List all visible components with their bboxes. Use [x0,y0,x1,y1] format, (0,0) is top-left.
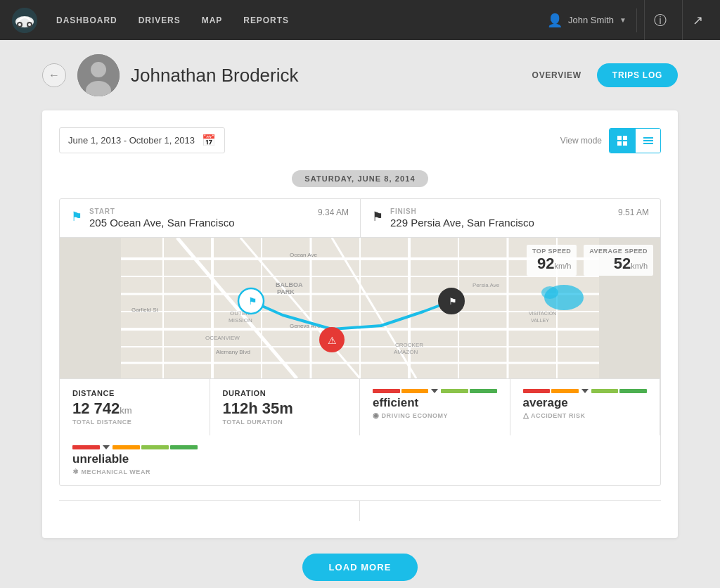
help-button[interactable]: ⓘ [644,0,675,40]
svg-text:Persia Ave: Persia Ave [472,282,500,288]
svg-text:⚑: ⚑ [248,295,257,307]
start-info: START 205 Ocean Ave, San Francisco [89,207,311,229]
calendar-icon: 📅 [202,134,216,147]
logout-button[interactable]: ↗ [682,0,713,40]
distance-value: 12 742km [72,400,197,417]
view-mode-label: View mode [560,136,602,146]
svg-text:OCEANVIEW: OCEANVIEW [205,335,240,341]
svg-point-4 [18,23,21,26]
svg-rect-15 [643,143,653,144]
app-logo[interactable] [7,8,42,33]
user-name: John Smith [568,15,614,25]
svg-rect-9 [617,136,622,140]
finish-flag-icon: ⚑ [372,209,383,224]
svg-text:⚠: ⚠ [328,335,337,346]
date-range-value: June 1, 2013 - October 1, 2013 [68,135,195,146]
trip-stats: DISTANCE 12 742km TOTAL DISTANCE DURATIO… [60,378,660,485]
risk-label: △ACCIDENT RISK [523,411,648,419]
svg-text:Alemany Blvd: Alemany Blvd [216,349,250,355]
finish-info: FINISH 229 Persia Ave, San Francisco [390,207,611,229]
svg-text:VISITACION: VISITACION [529,311,556,316]
back-button[interactable]: ← [42,63,66,87]
trips-card: June 1, 2013 - October 1, 2013 📅 View mo… [42,110,678,538]
nav-reports[interactable]: REPORTS [243,13,289,28]
duration-value: 112h 35m [223,400,347,417]
finish-address: 229 Persia Ave, San Francisco [390,217,611,229]
duration-sublabel: TOTAL DURATION [223,418,347,426]
top-speed-label: TOP SPEED [532,248,571,255]
finish-label: FINISH [390,207,611,215]
filters-row: June 1, 2013 - October 1, 2013 📅 View mo… [59,127,661,153]
svg-text:PARK: PARK [277,288,295,295]
date-range-picker[interactable]: June 1, 2013 - October 1, 2013 📅 [59,127,225,153]
profile-header: ← Johnathan Broderick OVERVIEW TRIPS LOG [42,54,678,96]
distance-sublabel: TOTAL DISTANCE [72,418,197,426]
date-badge: SATURDAY, JUNE 8, 2014 [292,170,428,187]
svg-text:Ocean Ave: Ocean Ave [290,252,318,258]
wear-word: unreliable [72,452,198,466]
nav-map[interactable]: MAP [202,13,223,28]
navbar-right: 👤 John Smith ▼ ⓘ ↗ [537,0,713,40]
date-label: SATURDAY, JUNE 8, 2014 [59,170,661,187]
chevron-down-icon: ▼ [619,16,626,24]
economy-cell: efficient ◉DRIVING ECONOMY [360,379,510,435]
svg-text:AMAZON: AMAZON [394,349,418,355]
main-content: ← Johnathan Broderick OVERVIEW TRIPS LOG… [0,40,720,588]
trip-map: Ocean Ave Geneva Ave Garfield St Alemany… [60,238,660,378]
svg-point-57 [541,286,558,299]
top-speed-value: 92km/h [532,255,571,273]
trip-card: ⚑ START 205 Ocean Ave, San Francisco 9.3… [59,198,661,486]
navbar: DASHBOARD DRIVERS MAP REPORTS 👤 John Smi… [0,0,720,40]
avg-speed-label: AVERAGE SPEED [589,248,648,255]
profile-name: Johnathan Broderick [131,65,513,87]
start-label: START [89,207,311,215]
list-view-button[interactable] [635,129,660,153]
svg-rect-13 [643,137,653,139]
risk-cell: average △ACCIDENT RISK [510,379,661,435]
avatar-image [77,54,120,96]
divider-left [59,501,360,521]
svg-text:MISSION: MISSION [229,317,252,324]
start-flag-icon: ⚑ [71,209,82,224]
avatar [77,54,120,96]
grid-view-button[interactable] [610,129,635,153]
start-address: 205 Ocean Ave, San Francisco [89,217,311,229]
economy-bar [373,389,497,393]
economy-word: efficient [373,396,497,410]
navbar-links: DASHBOARD DRIVERS MAP REPORTS [56,13,289,28]
card-bottom-divider [59,500,661,521]
duration-label: DURATION [223,389,347,397]
finish-endpoint: ⚑ FINISH 229 Persia Ave, San Francisco 9… [360,199,660,237]
avg-speed-box: AVERAGE SPEED 52km/h [584,245,653,276]
wear-bar [72,445,198,449]
nav-drivers[interactable]: DRIVERS [139,13,181,28]
avg-speed-value: 52km/h [589,255,648,273]
svg-rect-10 [623,136,627,140]
view-mode-buttons [609,128,661,153]
svg-rect-14 [643,140,653,141]
distance-label: DISTANCE [72,389,197,397]
wear-cell: unreliable ⚛MECHANICAL WEAR [60,435,210,485]
wear-label: ⚛MECHANICAL WEAR [72,468,198,475]
start-time: 9.34 AM [318,207,349,217]
top-speed-box: TOP SPEED 92km/h [527,245,577,276]
distance-cell: DISTANCE 12 742km TOTAL DISTANCE [60,379,210,435]
divider-right [360,501,661,521]
svg-text:Garfield St: Garfield St [131,307,159,313]
risk-word: average [523,396,648,410]
user-icon: 👤 [547,13,562,28]
load-more-button[interactable]: LOAD MORE [302,554,418,581]
economy-label: ◉DRIVING ECONOMY [373,411,497,419]
speed-info: TOP SPEED 92km/h AVERAGE SPEED 52km/h [527,245,653,276]
tab-overview[interactable]: OVERVIEW [524,66,590,84]
user-menu[interactable]: 👤 John Smith ▼ [537,8,637,32]
finish-time: 9.51 AM [618,207,649,217]
svg-text:VALLEY: VALLEY [531,318,549,323]
svg-text:⚑: ⚑ [449,296,457,307]
svg-point-5 [28,23,31,26]
svg-rect-11 [617,141,622,146]
nav-dashboard[interactable]: DASHBOARD [56,13,117,28]
trip-endpoints: ⚑ START 205 Ocean Ave, San Francisco 9.3… [60,199,660,238]
tab-trips-log[interactable]: TRIPS LOG [597,63,678,87]
svg-point-7 [91,62,106,77]
